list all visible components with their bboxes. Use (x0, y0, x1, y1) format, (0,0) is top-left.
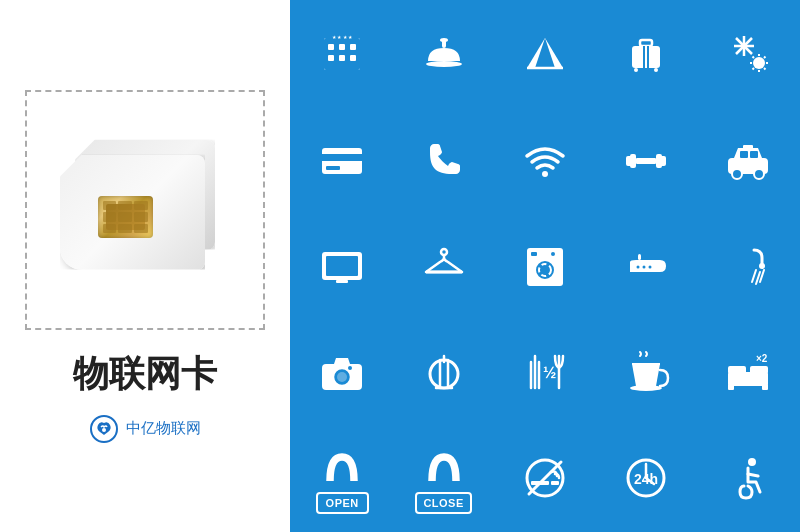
room-service-icon-cell[interactable] (394, 3, 492, 106)
open-hook-icon (318, 442, 366, 490)
svg-rect-48 (740, 151, 748, 158)
svg-point-98 (748, 458, 756, 466)
luggage-icon (622, 30, 670, 78)
washer-icon-cell[interactable] (496, 215, 594, 318)
svg-point-1 (102, 428, 106, 432)
luggage-icon-cell[interactable] (597, 3, 695, 106)
climate-icon-cell[interactable] (699, 3, 797, 106)
brand-name: 中亿物联网 (126, 419, 201, 438)
svg-rect-9 (350, 55, 356, 61)
svg-rect-49 (750, 151, 758, 158)
svg-line-34 (764, 57, 766, 59)
half-board-icon-cell[interactable]: ½ (496, 320, 594, 423)
shower-icon-cell[interactable] (699, 215, 797, 318)
svg-rect-89 (750, 366, 768, 374)
phone-icon-cell[interactable] (394, 109, 492, 212)
svg-point-74 (348, 366, 352, 370)
svg-point-22 (654, 68, 658, 72)
svg-point-61 (551, 252, 555, 256)
svg-rect-4 (328, 44, 334, 50)
svg-point-55 (441, 249, 447, 255)
svg-rect-8 (339, 55, 345, 61)
24h-icon-cell[interactable]: 24h (597, 426, 695, 529)
camera-icon-cell[interactable] (293, 320, 391, 423)
svg-rect-37 (322, 154, 362, 161)
svg-rect-90 (728, 384, 734, 390)
no-smoking-icon-cell[interactable] (496, 426, 594, 529)
svg-text:×2: ×2 (756, 353, 768, 364)
svg-line-95 (529, 462, 561, 494)
svg-rect-17 (632, 46, 660, 68)
credit-card-icon-cell[interactable] (293, 109, 391, 212)
svg-point-65 (643, 265, 646, 268)
svg-rect-50 (743, 145, 753, 149)
camping-icon (521, 30, 569, 78)
svg-rect-42 (630, 154, 636, 168)
svg-text:½: ½ (543, 364, 556, 381)
24h-icon: 24h (622, 454, 670, 502)
accessible-icon (724, 454, 772, 502)
svg-rect-38 (326, 166, 340, 170)
hanger-icon-cell[interactable] (394, 215, 492, 318)
half-board-icon: ½ (521, 348, 569, 396)
wifi-icon (521, 136, 569, 184)
svg-point-73 (337, 372, 347, 382)
no-smoking-icon (521, 454, 569, 502)
gym-icon-cell[interactable] (597, 109, 695, 212)
sim-chip (98, 196, 153, 238)
iron-icon-cell[interactable] (597, 215, 695, 318)
svg-rect-60 (531, 252, 537, 256)
wifi-icon-cell[interactable] (496, 109, 594, 212)
svg-rect-91 (762, 384, 768, 390)
beds-icon-cell[interactable]: ×2 (699, 320, 797, 423)
open-sign-icon-cell[interactable]: OPEN (293, 426, 391, 529)
brand-logo-icon (90, 415, 118, 443)
svg-point-85 (630, 385, 662, 391)
svg-point-47 (754, 169, 764, 179)
hotel-icon-cell[interactable]: ★ ★ ★ ★ (293, 3, 391, 106)
brand-row: 中亿物联网 (90, 415, 201, 443)
taxi-icon (724, 136, 772, 184)
svg-rect-3 (324, 38, 360, 70)
close-sign-icon-cell[interactable]: CLOSE (394, 426, 492, 529)
restaurant-icon (420, 348, 468, 396)
svg-rect-43 (656, 154, 662, 168)
accessible-icon-cell[interactable] (699, 426, 797, 529)
open-sign-text: OPEN (316, 492, 369, 514)
gym-icon (622, 136, 670, 184)
climate-icon (724, 30, 772, 78)
svg-line-33 (764, 68, 766, 70)
svg-point-39 (542, 171, 548, 177)
svg-rect-87 (728, 372, 768, 386)
svg-rect-94 (551, 481, 559, 485)
svg-rect-62 (638, 254, 641, 260)
svg-rect-5 (339, 44, 345, 50)
svg-point-27 (753, 57, 765, 69)
beds-icon: ×2 (724, 348, 772, 396)
close-sign-text: CLOSE (415, 492, 471, 514)
sim-card-front (60, 155, 205, 270)
svg-rect-52 (326, 256, 358, 276)
tv-icon-cell[interactable] (293, 215, 391, 318)
svg-point-13 (440, 38, 448, 42)
left-panel: 物联网卡 中亿物联网 (0, 0, 290, 532)
page-title: 物联网卡 (73, 350, 217, 399)
taxi-icon-cell[interactable] (699, 109, 797, 212)
camping-icon-cell[interactable] (496, 3, 594, 106)
coffee-icon-cell[interactable] (597, 320, 695, 423)
restaurant-icon-cell[interactable] (394, 320, 492, 423)
hotel-icon: ★ ★ ★ ★ (318, 30, 366, 78)
phone-icon (420, 136, 468, 184)
sim-card-image (55, 120, 235, 300)
shower-icon (724, 242, 772, 290)
room-service-icon (420, 30, 468, 78)
svg-point-46 (732, 169, 742, 179)
sim-card-container (25, 90, 265, 330)
svg-point-11 (426, 61, 462, 67)
sim-chip-lines (98, 196, 153, 238)
svg-line-32 (752, 57, 754, 59)
svg-point-66 (649, 265, 652, 268)
svg-point-64 (637, 265, 640, 268)
close-hook-icon (420, 442, 468, 490)
coffee-icon (622, 348, 670, 396)
